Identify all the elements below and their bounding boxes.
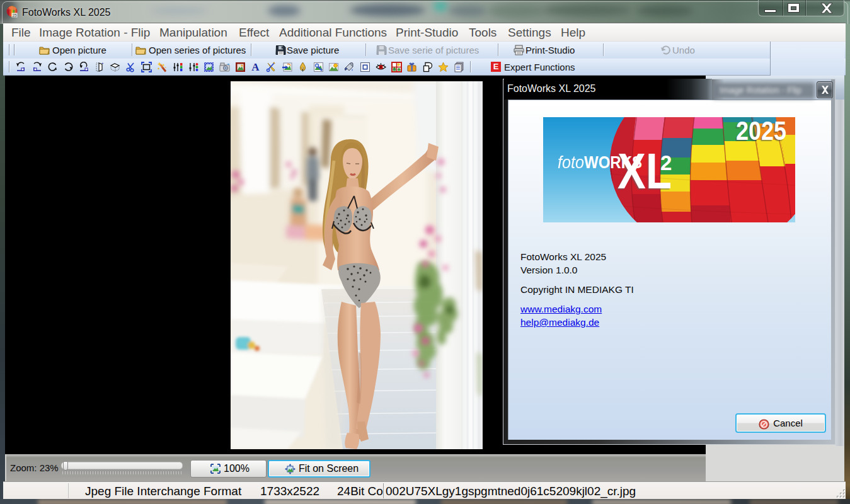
svg-text:2: 2 bbox=[660, 151, 672, 175]
svg-text:WORKS: WORKS bbox=[584, 153, 642, 172]
svg-text:A: A bbox=[251, 62, 260, 72]
svg-text:25: 25 bbox=[12, 13, 17, 18]
svg-text:2025: 2025 bbox=[736, 117, 786, 146]
svg-text:foto: foto bbox=[558, 152, 584, 172]
